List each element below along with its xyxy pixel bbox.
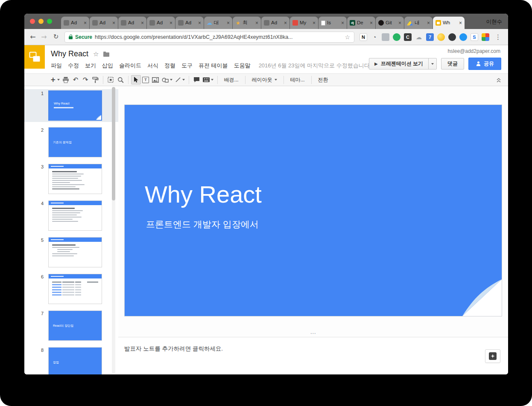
tab-close-icon[interactable]: × <box>370 20 373 26</box>
menubar-item-10[interactable]: 도움말 <box>231 61 254 70</box>
present-dropdown[interactable] <box>428 58 437 70</box>
document-title[interactable]: Why React <box>51 49 88 58</box>
image-extension[interactable] <box>382 33 389 41</box>
filmstrip-slide-4[interactable]: 4 <box>24 199 118 232</box>
slide-thumbnail[interactable] <box>48 274 102 304</box>
browser-tab[interactable]: 내× <box>404 17 433 29</box>
tab-close-icon[interactable]: × <box>170 20 172 26</box>
url-text[interactable]: https://docs.google.com/presentation/d/1… <box>95 34 342 40</box>
collapse-toolbar-button[interactable] <box>496 77 501 85</box>
slide-thumbnail[interactable] <box>48 164 102 194</box>
filmstrip-slide-6[interactable]: 6 <box>24 273 118 305</box>
slide-thumbnail[interactable]: 기존의 문제점 <box>48 127 102 157</box>
slide-thumbnail[interactable]: React의 장단점 <box>48 310 102 341</box>
slide-thumbnail[interactable]: Why React <box>48 90 102 121</box>
tab-close-icon[interactable]: × <box>341 20 344 26</box>
insert-line-button[interactable] <box>174 75 186 84</box>
menubar-item-1[interactable]: 파일 <box>48 61 65 70</box>
filmstrip-scrollbar[interactable] <box>112 87 115 374</box>
tab-close-icon[interactable]: × <box>141 20 144 26</box>
blue-circle-extension[interactable] <box>459 33 467 41</box>
browser-tab[interactable]: My× <box>290 17 318 29</box>
star-document-icon[interactable]: ☆ <box>93 50 99 58</box>
tab-close-icon[interactable]: × <box>459 20 462 26</box>
browser-tab-active[interactable]: Wh× <box>433 17 465 29</box>
tab-close-icon[interactable]: × <box>84 20 87 26</box>
close-window-button[interactable] <box>30 19 35 24</box>
forward-button[interactable]: → <box>40 33 48 41</box>
green-circle-extension[interactable] <box>393 33 400 41</box>
tab-close-icon[interactable]: × <box>227 20 230 26</box>
slide-thumbnail[interactable] <box>48 200 102 231</box>
filmstrip-slide-5[interactable]: 5 <box>24 236 118 269</box>
filmstrip-slide-8[interactable]: 8장점 <box>24 346 118 374</box>
browser-menu-icon[interactable]: ⋮ <box>495 33 501 41</box>
browser-tab[interactable]: ☁대× <box>204 17 232 29</box>
browser-tab[interactable]: Git× <box>376 17 404 29</box>
tab-close-icon[interactable]: × <box>198 20 201 26</box>
cloud-extension[interactable]: ☁ <box>415 33 423 41</box>
browser-tab[interactable]: Ad× <box>90 17 118 29</box>
refresh-button[interactable]: ↻ <box>52 33 60 41</box>
tab-close-icon[interactable]: × <box>398 20 401 26</box>
tab-close-icon[interactable]: × <box>313 20 316 26</box>
menubar-item-8[interactable]: 도구 <box>178 61 196 70</box>
undo-button[interactable]: ↶ <box>71 75 81 84</box>
tab-close-icon[interactable]: × <box>284 20 287 26</box>
tab-close-icon[interactable]: × <box>112 20 115 26</box>
menubar-item-4[interactable]: 삽입 <box>99 61 116 70</box>
insert-shape-button[interactable] <box>161 75 174 84</box>
share-button[interactable]: 공유 <box>468 58 501 70</box>
insert-comment-button[interactable] <box>192 75 202 84</box>
menubar-item-6[interactable]: 서식 <box>144 61 161 70</box>
present-button[interactable]: ▶프레젠테이션 보기 <box>369 58 437 70</box>
menubar-item-2[interactable]: 수정 <box>65 61 82 70</box>
filmstrip-slide-1[interactable]: 1Why React <box>24 89 118 122</box>
redo-button[interactable]: ↷ <box>81 75 91 84</box>
new-slide-button[interactable]: + <box>49 75 61 84</box>
speaker-notes-area[interactable]: 발표자 노트를 추가하려면 클릭하세요. <box>118 337 508 374</box>
insert-image-button[interactable] <box>151 75 161 84</box>
transition-button[interactable]: 전환 <box>314 75 332 84</box>
filmstrip-slide-7[interactable]: 7React의 장단점 <box>24 309 118 342</box>
filmstrip-slide-3[interactable]: 3 <box>24 162 118 195</box>
browser-tab[interactable]: djDe× <box>347 17 375 29</box>
current-slide[interactable]: Why React 프론트엔드 개발자 입장에서 <box>124 104 502 316</box>
last-modified-text[interactable]: 2016년 6월 23일에 마지막으로 수정했습니다. <box>259 62 371 70</box>
timer-extension[interactable]: ◔ <box>371 33 378 41</box>
zoom-fit-button[interactable] <box>106 75 116 84</box>
dark-round-extension[interactable] <box>448 33 456 41</box>
browser-tab[interactable]: Is× <box>319 17 347 29</box>
browser-tab[interactable]: Ad× <box>61 17 89 29</box>
input-tools-button[interactable] <box>202 75 215 84</box>
notion-extension[interactable]: N <box>360 33 367 41</box>
theme-button[interactable]: 테마... <box>286 75 309 84</box>
browser-tab[interactable]: Ad× <box>175 17 204 29</box>
text-box-button[interactable]: T <box>141 75 151 84</box>
colorzilla-extension[interactable]: C <box>404 33 412 41</box>
browser-tab[interactable]: Ad× <box>261 17 289 29</box>
tab-close-icon[interactable]: × <box>427 20 430 26</box>
explore-button[interactable] <box>485 349 500 363</box>
browser-tab[interactable]: ★최× <box>233 17 261 29</box>
blue-seven-extension[interactable]: 7 <box>426 33 434 41</box>
s-extension[interactable]: S <box>471 33 478 41</box>
paint-format-button[interactable] <box>91 75 100 84</box>
menubar-item-9[interactable]: 퓨전 테이블 <box>196 61 231 70</box>
minimize-window-button[interactable] <box>38 19 44 24</box>
browser-tab[interactable]: Ad× <box>118 17 146 29</box>
profile-name[interactable]: 이현수 <box>486 18 503 26</box>
menubar-item-3[interactable]: 보기 <box>82 61 99 70</box>
slides-logo[interactable] <box>24 45 45 69</box>
address-bar[interactable]: Secure https://docs.google.com/presentat… <box>64 32 354 43</box>
slide-thumbnail[interactable]: 장점 <box>48 347 102 374</box>
comments-button[interactable]: 댓글 <box>441 58 464 70</box>
bookmark-star-icon[interactable]: ☆ <box>345 34 350 41</box>
grid-extension[interactable] <box>482 33 489 41</box>
zoom-button[interactable] <box>116 75 126 84</box>
filmstrip-slide-2[interactable]: 2기존의 문제점 <box>24 126 118 159</box>
select-tool-button[interactable] <box>131 75 141 84</box>
move-folder-icon[interactable] <box>103 52 109 57</box>
scrollbar-thumb[interactable] <box>112 87 115 200</box>
menubar-item-5[interactable]: 슬라이드 <box>116 61 144 70</box>
